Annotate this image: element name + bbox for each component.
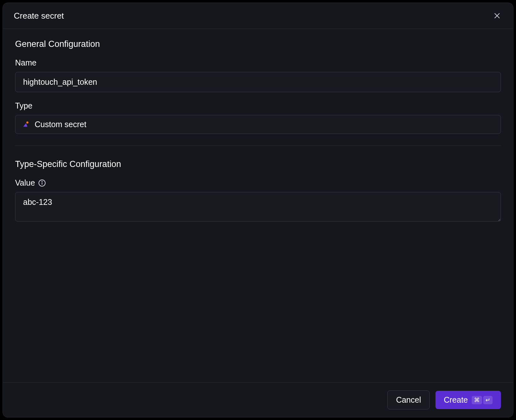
enter-key-icon: ↵	[483, 396, 493, 404]
dialog-header: Create secret	[3, 3, 513, 29]
type-select[interactable]: Custom secret	[15, 115, 501, 134]
specific-config-title: Type-Specific Configuration	[15, 159, 501, 169]
name-field-group: Name	[15, 58, 501, 92]
value-label-text: Value	[15, 178, 35, 188]
general-config-title: General Configuration	[15, 39, 501, 49]
create-secret-dialog: Create secret General Configuration Name…	[3, 3, 513, 417]
value-label: Value	[15, 178, 501, 188]
close-icon	[493, 12, 501, 20]
svg-point-5	[42, 181, 42, 182]
name-input[interactable]	[15, 72, 501, 92]
value-field-group: Value	[15, 178, 501, 223]
custom-secret-icon	[22, 120, 30, 129]
svg-point-2	[26, 121, 29, 124]
name-label: Name	[15, 58, 501, 67]
info-icon[interactable]	[38, 179, 46, 187]
create-button[interactable]: Create ⌘ ↵	[435, 391, 501, 409]
type-selected-value: Custom secret	[35, 120, 86, 129]
cancel-button[interactable]: Cancel	[387, 390, 430, 409]
value-textarea[interactable]	[15, 192, 501, 222]
dialog-title: Create secret	[14, 11, 64, 21]
close-button[interactable]	[492, 11, 502, 21]
section-divider	[15, 145, 501, 146]
dialog-body: General Configuration Name Type Custom s…	[3, 29, 513, 382]
cmd-key-icon: ⌘	[472, 396, 482, 404]
type-label: Type	[15, 101, 501, 110]
keyboard-shortcut: ⌘ ↵	[472, 396, 493, 404]
type-field-group: Type Custom secret	[15, 101, 501, 134]
create-button-label: Create	[444, 395, 468, 405]
dialog-footer: Cancel Create ⌘ ↵	[3, 382, 513, 417]
